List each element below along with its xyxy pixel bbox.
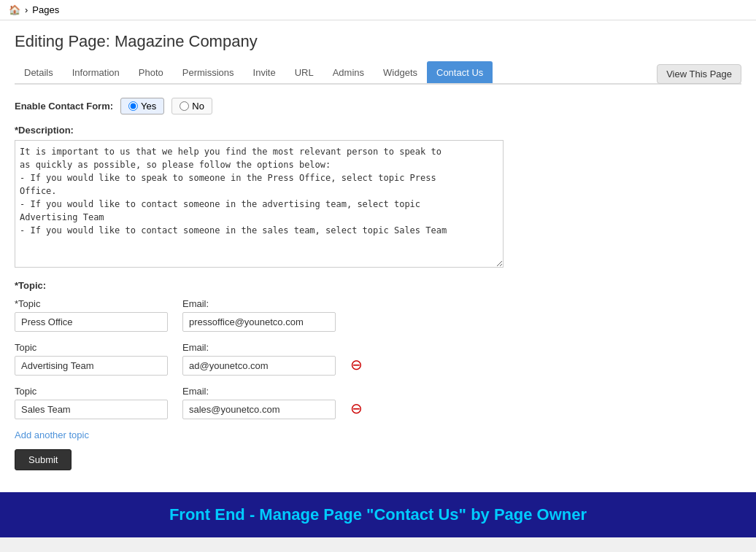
radio-yes-label: Yes [141, 101, 156, 112]
breadcrumb-sep: › [25, 4, 28, 15]
topic2-label: Topic [15, 342, 168, 353]
email2-input[interactable] [182, 356, 336, 376]
email-col-2: Email: [182, 342, 336, 376]
breadcrumb-pages[interactable]: Pages [32, 4, 59, 15]
topic-row-3: Topic Email: ⊖ [15, 386, 741, 419]
radio-no-input[interactable] [180, 101, 189, 111]
enable-contact-form-section: Enable Contact Form: Yes No [15, 98, 741, 114]
email3-label: Email: [182, 386, 336, 397]
topic-section: *Topic: *Topic Email: Topic Email: ⊖ [15, 280, 741, 470]
topic-row-1: *Topic Email: [15, 298, 741, 332]
submit-button[interactable]: Submit [15, 449, 72, 470]
home-icon: 🏠 [9, 4, 20, 15]
description-label: *Description: [15, 125, 741, 136]
topic2-input[interactable] [15, 356, 168, 376]
main-content: Editing Page: Magazine Company Details I… [0, 20, 756, 492]
topic-col-2: Topic [15, 342, 168, 376]
topic-section-label: *Topic: [15, 280, 741, 291]
radio-yes-option[interactable]: Yes [120, 98, 164, 114]
tab-permissions[interactable]: Permissions [173, 61, 244, 83]
tab-contact-us[interactable]: Contact Us [427, 61, 493, 83]
tabs-list: Details Information Photo Permissions In… [15, 61, 741, 83]
topic1-label: *Topic [15, 298, 168, 309]
topic3-input[interactable] [15, 400, 168, 419]
topic-col-3: Topic [15, 386, 168, 419]
email2-label: Email: [182, 342, 336, 353]
footer-text: Front End - Manage Page "Contact Us" by … [169, 505, 587, 524]
topic3-label: Topic [15, 386, 168, 397]
radio-no-label: No [192, 101, 204, 112]
breadcrumb-bar: 🏠 › Pages [0, 0, 756, 20]
email-col-3: Email: [182, 386, 336, 419]
tab-widgets[interactable]: Widgets [374, 61, 427, 83]
radio-no-option[interactable]: No [171, 98, 212, 114]
topic1-input[interactable] [15, 312, 168, 332]
tab-invite[interactable]: Invite [244, 61, 285, 83]
radio-yes-input[interactable] [128, 101, 138, 111]
radio-group: Yes No [120, 98, 212, 114]
remove-topic2-button[interactable]: ⊖ [350, 357, 363, 372]
tab-url[interactable]: URL [285, 61, 323, 83]
remove-topic3-button[interactable]: ⊖ [350, 401, 363, 416]
page-title: Editing Page: Magazine Company [15, 32, 741, 51]
email-col-1: Email: [182, 298, 336, 332]
tab-photo[interactable]: Photo [129, 61, 173, 83]
tab-details[interactable]: Details [15, 61, 63, 83]
add-topic-link[interactable]: Add another topic [15, 429, 89, 440]
tabs-bar: Details Information Photo Permissions In… [15, 61, 741, 85]
email1-input[interactable] [182, 312, 336, 332]
tab-information[interactable]: Information [63, 61, 129, 83]
description-textarea[interactable]: It is important to us that we help you f… [15, 140, 504, 268]
description-section: *Description: It is important to us that… [15, 125, 741, 270]
enable-contact-form-label: Enable Contact Form: [15, 101, 113, 112]
topic-row-2: Topic Email: ⊖ [15, 342, 741, 376]
footer-banner: Front End - Manage Page "Contact Us" by … [0, 492, 756, 537]
topic-col-1: *Topic [15, 298, 168, 332]
email3-input[interactable] [182, 400, 336, 419]
view-this-page-button[interactable]: View This Page [657, 64, 741, 84]
tab-admins[interactable]: Admins [323, 61, 374, 83]
email1-label: Email: [182, 298, 336, 309]
enable-contact-form-row: Enable Contact Form: Yes No [15, 98, 741, 114]
